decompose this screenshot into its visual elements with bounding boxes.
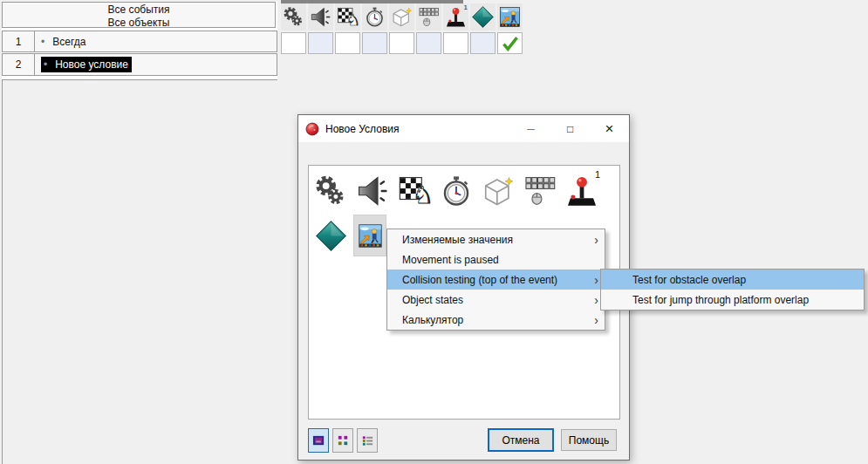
- keyboard-mouse-icon: [418, 6, 440, 28]
- list-view-icon: [361, 434, 374, 447]
- view-mode-buttons: [308, 428, 378, 453]
- submenu-arrow-icon: ›: [589, 234, 598, 246]
- qualifier-diamond-icon: [316, 221, 346, 251]
- action-cell[interactable]: [335, 32, 360, 54]
- maximize-button[interactable]: □: [550, 115, 590, 142]
- action-cell[interactable]: [443, 32, 468, 54]
- grid-column-storyboard[interactable]: [335, 3, 360, 31]
- submenu-arrow-icon: ›: [589, 274, 598, 286]
- gears-icon: [283, 6, 304, 28]
- speaker-icon: [356, 174, 389, 208]
- object-create[interactable]: [477, 170, 519, 212]
- create-object-icon: [482, 174, 515, 208]
- grid-column-system[interactable]: [281, 3, 306, 31]
- qualifier-diamond-icon: [472, 6, 494, 28]
- collision-testing-submenu: Test for obstacle overlap Test for jump …: [600, 269, 865, 310]
- submenu-arrow-icon: ›: [589, 314, 598, 326]
- object-columns-grid: 1: [281, 3, 523, 54]
- event-action-row: [281, 31, 523, 54]
- player-number-badge: 1: [595, 169, 600, 180]
- chess-flag-icon: [398, 174, 431, 208]
- grid-column-active-object[interactable]: [497, 3, 523, 31]
- condition-context-menu: Изменяемые значения › Movement is paused…: [386, 229, 605, 331]
- event-editor-screen: Все события Все объекты 1 • Всегда 2 • Н…: [0, 0, 868, 464]
- object-storyboard[interactable]: [393, 170, 435, 212]
- active-object-icon: [358, 223, 383, 249]
- event-number: 1: [3, 31, 35, 51]
- action-cell[interactable]: [470, 32, 496, 54]
- object-system[interactable]: [310, 170, 352, 212]
- event-row-1[interactable]: 1 • Всегда: [2, 31, 277, 52]
- player-number-badge: 1: [464, 3, 468, 11]
- event-row-2[interactable]: 2 • Новое условие: [2, 53, 277, 76]
- action-cell[interactable]: [389, 32, 414, 54]
- submenu-arrow-icon: ›: [589, 294, 598, 306]
- object-active-selected[interactable]: [353, 215, 386, 256]
- large-icons-view-button[interactable]: [308, 428, 329, 453]
- action-cell[interactable]: [281, 32, 306, 54]
- object-qualifier[interactable]: [310, 215, 352, 256]
- submenu-item-test-obstacle-overlap[interactable]: Test for obstacle overlap: [601, 270, 864, 290]
- grid-column-timer[interactable]: [362, 3, 387, 31]
- submenu-item-test-jump-through-platform[interactable]: Test for jump through platform overlap: [601, 290, 864, 310]
- small-icons-view-icon: [337, 434, 350, 447]
- condition-label[interactable]: Всегда: [52, 36, 85, 48]
- chess-flag-icon: [337, 6, 359, 28]
- close-button[interactable]: ×: [590, 115, 629, 142]
- menu-item-alterable-values[interactable]: Изменяемые значения ›: [387, 229, 605, 249]
- action-cell[interactable]: [308, 32, 333, 54]
- gears-icon: [314, 174, 347, 208]
- create-object-icon: [391, 6, 413, 28]
- grid-column-qualifier[interactable]: [470, 3, 496, 31]
- green-check-icon: [501, 34, 520, 53]
- menu-item-calculator[interactable]: Калькулятор ›: [387, 310, 605, 330]
- active-object-icon: [499, 6, 521, 28]
- grid-column-sound[interactable]: [308, 3, 333, 31]
- menu-item-collision-testing[interactable]: Collision testing (top of the event) ›: [387, 270, 605, 290]
- header-all-events: Все события: [3, 3, 275, 17]
- object-joystick[interactable]: 1: [561, 170, 603, 212]
- event-number: 2: [3, 54, 35, 75]
- dialog-title: Новое Условия: [325, 123, 399, 135]
- condition-bullet-icon: •: [44, 58, 47, 71]
- stopwatch-icon: [440, 174, 473, 208]
- event-list-header[interactable]: Все события Все объекты: [2, 2, 276, 28]
- event-condition[interactable]: • Всегда: [35, 31, 277, 51]
- cancel-button[interactable]: Отмена: [488, 428, 554, 452]
- stopwatch-icon: [364, 6, 386, 28]
- header-all-objects: Все объекты: [3, 17, 275, 30]
- action-cell[interactable]: [416, 32, 441, 54]
- menu-item-movement-is-paused[interactable]: Movement is paused: [387, 249, 605, 270]
- menu-item-object-states[interactable]: Object states ›: [387, 290, 605, 310]
- window-controls: ─ □ ×: [511, 115, 629, 142]
- minimize-button[interactable]: ─: [511, 115, 550, 142]
- grid-column-create[interactable]: [389, 3, 414, 31]
- event-condition-selected[interactable]: • Новое условие: [35, 54, 277, 75]
- object-sound[interactable]: [352, 170, 393, 212]
- action-cell[interactable]: [362, 32, 387, 54]
- grid-column-joystick[interactable]: 1: [443, 3, 468, 31]
- joystick-icon: [565, 174, 598, 208]
- object-keyboard[interactable]: [519, 170, 561, 212]
- speaker-icon: [310, 6, 331, 28]
- condition-label[interactable]: Новое условие: [55, 58, 128, 71]
- pane-divider: [2, 79, 3, 464]
- grid-column-keyboard[interactable]: [416, 3, 441, 31]
- list-view-button[interactable]: [357, 428, 378, 453]
- help-button[interactable]: Помощь: [561, 429, 617, 451]
- app-logo-icon: [305, 122, 319, 136]
- large-icons-view-icon: [312, 434, 325, 447]
- condition-bullet-icon: •: [41, 36, 44, 48]
- object-header-row: 1: [281, 3, 523, 31]
- event-list: Все события Все объекты 1 • Всегда 2 • Н…: [2, 2, 277, 80]
- selected-condition[interactable]: • Новое условие: [41, 57, 132, 72]
- small-icons-view-button[interactable]: [332, 428, 353, 453]
- object-icons-row-1: 1: [310, 170, 603, 212]
- action-cell-checked[interactable]: [497, 32, 523, 54]
- object-icons-row-2: [310, 215, 386, 256]
- object-timer[interactable]: [435, 170, 477, 212]
- keyboard-mouse-icon: [523, 174, 557, 208]
